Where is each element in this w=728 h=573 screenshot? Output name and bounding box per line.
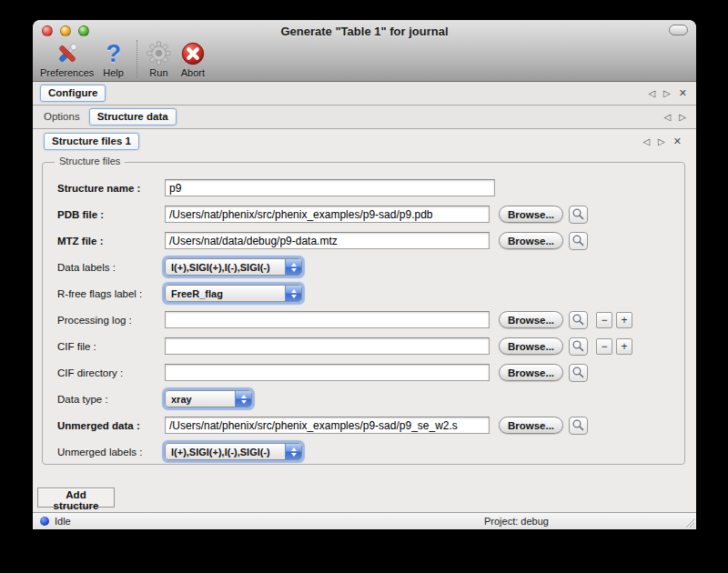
preferences-button[interactable]: Preferences (40, 40, 94, 78)
tab-structure-files-1[interactable]: Structure files 1 (44, 133, 139, 150)
stepper-icon (285, 259, 301, 275)
remove-row-button[interactable]: − (596, 338, 612, 355)
up-arrow-icon (241, 395, 247, 398)
choice-dropdown[interactable]: xray (165, 390, 252, 407)
form-row: Data labels :I(+),SIGI(+),I(-),SIGI(-) (43, 254, 684, 280)
text-field[interactable] (165, 179, 495, 196)
down-arrow-icon (291, 268, 297, 272)
notebook-row-structures: Structure files 1 ◁ ▷ ✕ (33, 129, 696, 153)
up-arrow-icon (291, 447, 297, 451)
notebook-row-configure: Configure ◁ ▷ ✕ (33, 82, 696, 106)
choice-dropdown[interactable]: I(+),SIGI(+),I(-),SIGI(-) (165, 443, 302, 460)
resize-grip[interactable] (683, 517, 695, 528)
abort-icon (180, 40, 206, 66)
tab-close-icon[interactable]: ✕ (673, 136, 682, 147)
question-icon: ? (106, 40, 121, 66)
tab-scroll-right-icon[interactable]: ▷ (658, 136, 665, 146)
tab-scroll-left-icon[interactable]: ◁ (648, 88, 655, 98)
tab-scroll-right-icon[interactable]: ▷ (663, 88, 671, 98)
run-button[interactable]: Run (147, 40, 171, 78)
magnifier-button[interactable] (569, 232, 588, 250)
form-row: Structure name : (43, 175, 684, 201)
toolbar: Preferences ? Help (40, 40, 215, 80)
text-field[interactable] (165, 206, 490, 223)
magnifier-button[interactable] (569, 337, 588, 356)
tab-configure[interactable]: Configure (40, 85, 106, 102)
app-window: Generate "Table 1" for journal (33, 20, 696, 529)
choice-dropdown[interactable]: I(+),SIGI(+),I(-),SIGI(-) (165, 258, 302, 276)
add-row-button[interactable]: + (616, 312, 632, 328)
down-arrow-icon (291, 295, 297, 298)
abort-button[interactable]: Abort (180, 40, 206, 78)
browse-button[interactable]: Browse... (499, 232, 563, 249)
field-label: PDB file : (57, 209, 165, 220)
magnifier-button[interactable] (569, 311, 588, 329)
browse-button[interactable]: Browse... (499, 337, 563, 355)
form-rows: Structure name :PDB file :Browse...MTZ f… (43, 163, 684, 465)
field-label: Data labels : (57, 262, 165, 273)
run-label: Run (149, 67, 167, 78)
text-field[interactable] (165, 337, 490, 355)
form-row: Unmerged data :Browse... (43, 412, 684, 438)
tab-scroll-right-icon[interactable]: ▷ (679, 112, 686, 122)
title-bar: Generate "Table 1" for journal (33, 20, 696, 82)
field-label: Unmerged labels : (57, 447, 165, 457)
text-field[interactable] (165, 417, 490, 434)
form-row: MTZ file :Browse... (43, 227, 684, 254)
add-structure-button[interactable]: Add structure (37, 488, 115, 508)
tab-options[interactable]: Options (40, 109, 89, 125)
browse-button[interactable]: Browse... (499, 364, 563, 381)
text-field[interactable] (165, 311, 490, 328)
choice-dropdown[interactable]: FreeR_flag (165, 285, 302, 302)
magnifier-button[interactable] (569, 206, 588, 224)
tab-scroll-left-icon[interactable]: ◁ (664, 112, 672, 122)
form-row: Processing log :Browse...−+ (43, 307, 684, 333)
browse-button[interactable]: Browse... (499, 311, 563, 328)
down-arrow-icon (291, 453, 297, 457)
choice-value: FreeR_flag (166, 288, 285, 299)
tools-icon (55, 40, 80, 66)
field-label: MTZ file : (57, 236, 165, 246)
add-row-button[interactable]: + (616, 338, 632, 355)
field-label: Structure name : (57, 183, 165, 194)
stepper-icon (235, 391, 251, 407)
abort-label: Abort (181, 67, 205, 78)
toolbar-separator (136, 40, 137, 78)
notebook-row-sections: Options Structure data ◁ ▷ (33, 106, 696, 129)
project-label: Project: debug (484, 516, 549, 527)
form-row: CIF file :Browse...−+ (43, 333, 684, 359)
magnifier-button[interactable] (569, 417, 588, 435)
choice-value: xray (166, 394, 235, 405)
field-label: Unmerged data : (57, 420, 165, 431)
tab-close-icon[interactable]: ✕ (679, 87, 687, 99)
choice-value: I(+),SIGI(+),I(-),SIGI(-) (166, 447, 285, 457)
field-label: CIF directory : (57, 367, 165, 378)
stepper-icon (285, 286, 301, 301)
field-label: Processing log : (57, 315, 165, 326)
tab-structure-data[interactable]: Structure data (89, 108, 177, 126)
status-text: Idle (55, 516, 71, 527)
choice-value: I(+),SIGI(+),I(-),SIGI(-) (166, 262, 285, 273)
help-button[interactable]: ? Help (103, 40, 124, 78)
structure-data-panel: Structure files 1 ◁ ▷ ✕ Structure files … (33, 129, 696, 512)
form-row: R-free flags label :FreeR_flag (43, 280, 684, 307)
tab-scroll-left-icon[interactable]: ◁ (642, 136, 650, 146)
up-arrow-icon (291, 263, 297, 266)
field-label: R-free flags label : (57, 288, 165, 299)
gear-icon (147, 40, 171, 66)
field-label: Data type : (57, 394, 165, 405)
form-row: PDB file :Browse... (43, 201, 684, 227)
text-field[interactable] (165, 232, 490, 249)
field-label: CIF file : (57, 341, 165, 352)
up-arrow-icon (291, 289, 297, 293)
down-arrow-icon (241, 400, 247, 404)
window-title: Generate "Table 1" for journal (33, 25, 696, 38)
structure-files-groupbox: Structure files Structure name :PDB file… (42, 162, 685, 465)
text-field[interactable] (165, 364, 490, 381)
remove-row-button[interactable]: − (596, 312, 612, 328)
browse-button[interactable]: Browse... (499, 206, 563, 223)
magnifier-button[interactable] (569, 364, 588, 382)
toolbar-toggle-button[interactable] (669, 25, 688, 35)
preferences-label: Preferences (40, 67, 94, 78)
browse-button[interactable]: Browse... (499, 417, 563, 434)
